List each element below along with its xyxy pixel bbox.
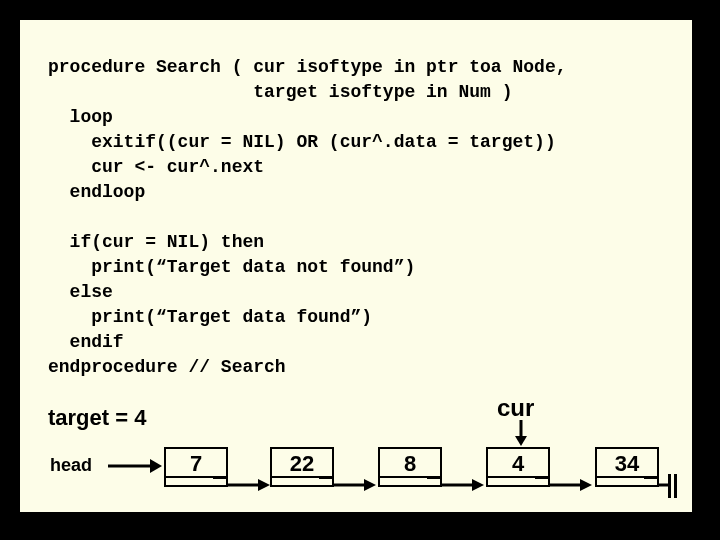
node-value: 7 <box>166 451 226 477</box>
list-node: 22 <box>270 447 334 487</box>
code-line: print(“Target data found”) <box>48 307 372 327</box>
node-value: 22 <box>272 451 332 477</box>
svg-marker-3 <box>150 459 162 473</box>
node-value: 8 <box>380 451 440 477</box>
list-node: 34 <box>595 447 659 487</box>
next-arrow-icon <box>550 478 592 492</box>
svg-marker-5 <box>258 479 270 491</box>
next-arrow-icon <box>442 478 484 492</box>
head-label: head <box>50 455 92 476</box>
cur-arrow-icon <box>514 420 528 446</box>
code-line: endloop <box>48 182 145 202</box>
svg-marker-11 <box>580 479 592 491</box>
list-node: 7 <box>164 447 228 487</box>
code-line: if(cur = NIL) then <box>48 232 264 252</box>
list-node: 8 <box>378 447 442 487</box>
code-line: procedure Search ( cur isoftype in ptr t… <box>48 57 566 77</box>
slide-frame: procedure Search ( cur isoftype in ptr t… <box>16 16 696 516</box>
nil-terminator-icon <box>668 474 671 498</box>
nil-terminator-icon <box>674 474 677 498</box>
list-node: 4 <box>486 447 550 487</box>
code-line: exitif((cur = NIL) OR (cur^.data = targe… <box>48 132 556 152</box>
code-line: endprocedure // Search <box>48 357 286 377</box>
svg-marker-9 <box>472 479 484 491</box>
code-line: loop <box>48 107 113 127</box>
cur-label: cur <box>497 394 534 422</box>
next-arrow-icon <box>228 478 270 492</box>
head-arrow-icon <box>108 456 162 476</box>
target-label: target = 4 <box>48 405 146 431</box>
svg-marker-1 <box>515 436 527 446</box>
code-line: print(“Target data not found”) <box>48 257 415 277</box>
code-line: cur <- cur^.next <box>48 157 264 177</box>
code-line: else <box>48 282 113 302</box>
svg-marker-7 <box>364 479 376 491</box>
node-value: 4 <box>488 451 548 477</box>
node-value: 34 <box>597 451 657 477</box>
code-line: endif <box>48 332 124 352</box>
next-arrow-icon <box>334 478 376 492</box>
code-line: target isoftype in Num ) <box>48 82 512 102</box>
pseudocode-block: procedure Search ( cur isoftype in ptr t… <box>48 55 566 380</box>
